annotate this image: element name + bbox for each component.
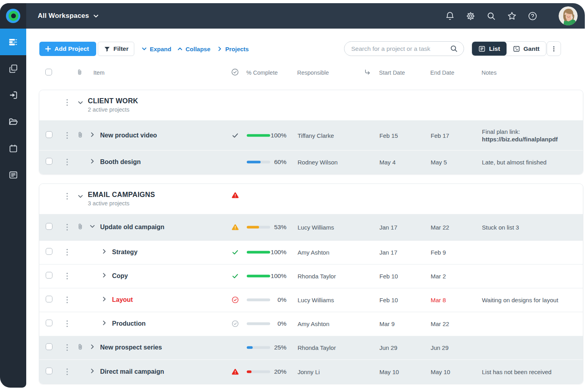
group-collapse-chevron-icon[interactable] [77,193,83,201]
end-date[interactable]: Feb 17 [431,132,449,139]
user-avatar[interactable] [559,6,578,25]
row-expand-chevron-icon[interactable] [89,368,95,375]
start-date[interactable]: Mar 9 [379,321,395,327]
row-expand-chevron-icon[interactable] [89,224,95,231]
row-menu-kebab-icon[interactable] [65,158,70,166]
task-name[interactable]: New product video [100,132,157,139]
row-checkbox[interactable] [46,131,52,139]
sidebar-item-boards[interactable] [0,55,26,82]
start-date[interactable]: Jun 29 [379,344,397,351]
attachment-icon[interactable] [77,223,84,232]
responsible-name[interactable]: Rhonda Taylor [298,273,336,280]
row-menu-kebab-icon[interactable] [65,344,70,351]
task-name[interactable]: Update old campaign [100,224,164,231]
task-notes[interactable]: List has not been received [482,368,551,375]
row-expand-chevron-icon[interactable] [89,131,95,139]
row-menu-kebab-icon[interactable] [65,224,70,231]
row-menu-kebab-icon[interactable] [65,249,70,256]
responsible-name[interactable]: Amy Ashton [298,249,329,256]
responsible-name[interactable]: Amy Ashton [298,321,329,327]
start-date[interactable]: May 10 [379,368,399,375]
row-expand-chevron-icon[interactable] [101,249,107,256]
column-notes[interactable]: Notes [482,70,497,76]
column-item[interactable]: Item [93,70,104,76]
sidebar-item-discussions[interactable] [0,162,26,188]
attachment-icon[interactable] [77,131,84,140]
list-view-button[interactable]: List [472,42,507,56]
end-date[interactable]: Mar 2 [431,273,446,280]
row-checkbox[interactable] [46,344,52,352]
sidebar-item-projects-folder[interactable] [0,108,26,135]
row-menu-kebab-icon[interactable] [65,320,70,327]
column-end-date[interactable]: End Date [430,70,454,76]
help-icon[interactable] [522,3,543,29]
row-expand-chevron-icon[interactable] [101,320,107,328]
gantt-view-button[interactable]: Gantt [507,42,546,56]
search-input[interactable] [351,45,450,52]
start-date[interactable]: Jan 17 [379,249,397,256]
start-date[interactable]: Jan 17 [379,224,397,231]
row-menu-kebab-icon[interactable] [65,296,70,303]
end-date[interactable]: May 10 [431,368,450,375]
column-responsible[interactable]: Responsible [297,70,329,76]
end-date[interactable]: Mar 22 [431,321,449,327]
attachment-icon[interactable] [77,343,84,352]
end-date[interactable]: May 5 [431,159,447,166]
end-date[interactable]: Mar 22 [431,224,449,231]
select-all-checkbox[interactable] [45,69,52,77]
row-menu-kebab-icon[interactable] [65,272,70,280]
add-project-button[interactable]: Add Project [39,42,96,56]
row-checkbox[interactable] [46,248,52,257]
start-date[interactable]: Feb 10 [379,273,398,280]
task-name[interactable]: New prospect series [100,344,162,351]
group-collapse-chevron-icon[interactable] [77,100,83,107]
responsible-name[interactable]: Rhonda Taylor [298,344,336,351]
task-notes[interactable]: Stuck on list 3 [482,224,519,231]
row-checkbox[interactable] [46,272,52,280]
row-checkbox[interactable] [46,158,52,166]
row-expand-chevron-icon[interactable] [101,272,107,280]
filter-button[interactable]: Filter [98,42,134,56]
sidebar-item-projects-list[interactable] [0,29,26,55]
star-icon[interactable] [501,3,522,29]
responsible-name[interactable]: Rodney Wilson [298,159,338,166]
row-menu-kebab-icon[interactable] [65,132,70,139]
row-expand-chevron-icon[interactable] [89,158,95,166]
row-expand-chevron-icon[interactable] [101,296,107,304]
sidebar-item-calendar[interactable] [0,135,26,162]
task-notes[interactable]: Waiting on designs for layout [482,296,558,304]
responsible-name[interactable]: Tiffany Clarke [298,132,334,139]
search-icon[interactable] [481,3,501,29]
row-checkbox[interactable] [46,223,52,232]
responsible-name[interactable]: Jonny Li [298,368,320,375]
row-checkbox[interactable] [46,320,52,328]
start-date[interactable]: Feb 15 [379,132,398,139]
sidebar-item-my-tasks[interactable] [0,82,26,108]
row-menu-kebab-icon[interactable] [65,368,70,375]
group-menu-kebab-icon[interactable] [65,99,70,106]
task-notes[interactable]: Final plan link:https://biz.edu/finalpla… [482,128,558,143]
more-options-button[interactable] [547,41,561,56]
end-date[interactable]: Mar 8 [431,297,446,303]
workspace-switcher[interactable]: All Workspaces [38,3,99,29]
projects-link[interactable]: Projects [217,42,249,56]
row-checkbox[interactable] [46,296,52,304]
responsible-name[interactable]: Lucy Williams [298,224,334,231]
task-name[interactable]: Direct mail campaign [100,368,164,375]
responsible-name[interactable]: Lucy Williams [298,297,334,303]
task-name[interactable]: Copy [112,272,128,280]
start-date[interactable]: May 4 [379,159,396,166]
collapse-link[interactable]: Collapse [177,42,211,56]
group-menu-kebab-icon[interactable] [65,193,70,200]
task-name[interactable]: Strategy [112,249,137,256]
gear-icon[interactable] [460,3,481,29]
task-name[interactable]: Layout [112,296,133,303]
task-name[interactable]: Booth design [100,158,141,166]
row-expand-chevron-icon[interactable] [89,344,95,351]
start-date[interactable]: Feb 10 [379,297,398,303]
column-complete[interactable]: % Complete [246,70,278,76]
app-logo[interactable] [0,3,26,29]
task-name[interactable]: Production [112,320,145,327]
end-date[interactable]: Feb 9 [431,249,446,256]
bell-icon[interactable] [439,3,460,29]
